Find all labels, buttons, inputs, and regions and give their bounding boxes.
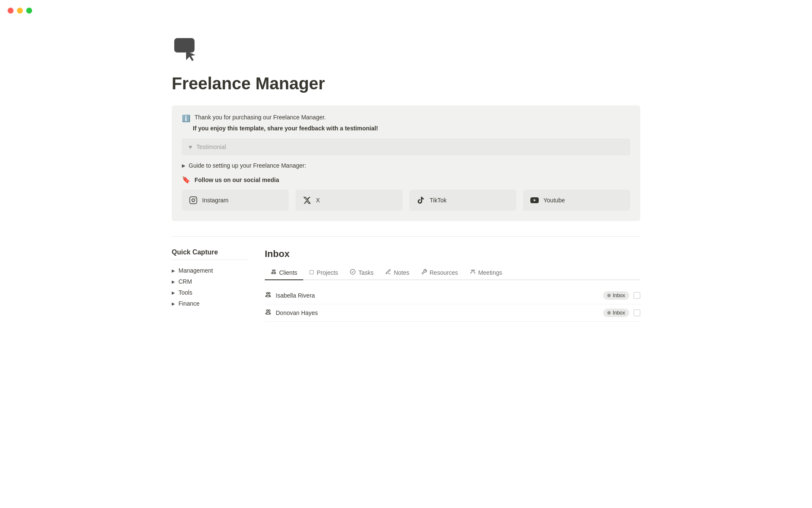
tab-projects[interactable]: ☐ Projects [303, 265, 344, 280]
client-name-1: Isabella Rivera [276, 292, 315, 299]
tab-meetings[interactable]: Meetings [464, 265, 508, 280]
sidebar-item-management[interactable]: ▶ Management [172, 265, 248, 276]
tiktok-icon [416, 196, 425, 205]
row-checkbox-2[interactable] [634, 309, 640, 316]
close-button[interactable] [8, 8, 14, 14]
guide-toggle[interactable]: ▶ Guide to setting up your Freelance Man… [182, 162, 630, 169]
testimonial-input[interactable]: ♥ Testimonial [182, 138, 630, 155]
tasks-tab-icon [350, 269, 356, 276]
row-right-2: Inbox [603, 309, 640, 317]
tab-notes[interactable]: Notes [379, 265, 415, 280]
tab-projects-label: Projects [317, 269, 338, 276]
client-icon-2 [265, 309, 272, 317]
social-section: 🔖 Follow us on our social media Instagra… [182, 176, 630, 211]
social-header: 🔖 Follow us on our social media [182, 176, 630, 184]
sidebar-item-finance[interactable]: ▶ Finance [172, 298, 248, 309]
social-grid: Instagram X [182, 190, 630, 211]
crm-arrow-icon: ▶ [172, 279, 175, 284]
info-icon: ℹ️ [182, 114, 190, 122]
badge-label-2: Inbox [613, 310, 625, 316]
info-main-text: Thank you for purchasing our Freelance M… [195, 114, 326, 121]
page-title: Freelance Manager [172, 73, 640, 94]
projects-tab-icon: ☐ [309, 269, 314, 276]
instagram-link[interactable]: Instagram [182, 190, 289, 211]
clients-tab-icon [271, 269, 277, 276]
tab-clients-label: Clients [279, 269, 297, 276]
meetings-tab-icon [470, 269, 476, 276]
tab-tasks[interactable]: Tasks [344, 265, 379, 280]
inbox-section: Inbox Clients [265, 248, 640, 322]
info-bold-text: If you enjoy this template, share your f… [193, 125, 630, 132]
svg-point-5 [272, 270, 274, 271]
finance-arrow-icon: ▶ [172, 301, 175, 306]
tools-arrow-icon: ▶ [172, 290, 175, 295]
svg-rect-0 [174, 38, 195, 52]
info-box: ℹ️ Thank you for purchasing our Freelanc… [172, 105, 640, 221]
tab-clients[interactable]: Clients [265, 265, 303, 280]
tiktok-label: TikTok [430, 197, 447, 204]
inbox-title: Inbox [265, 248, 640, 260]
svg-point-13 [269, 310, 270, 312]
inbox-tabs: Clients ☐ Projects Tasks [265, 265, 640, 280]
svg-point-6 [274, 270, 276, 271]
guide-arrow-icon: ▶ [182, 163, 185, 168]
svg-point-3 [192, 199, 195, 202]
row-left-2: Donovan Hayes [265, 309, 318, 317]
x-link[interactable]: X [296, 190, 403, 211]
tab-resources[interactable]: Resources [415, 265, 464, 280]
notes-tab-icon [385, 269, 391, 276]
testimonial-placeholder: Testimonial [196, 144, 226, 150]
instagram-label: Instagram [202, 197, 228, 204]
client-name-2: Donovan Hayes [276, 309, 318, 316]
management-label: Management [178, 267, 213, 274]
bookmark-icon: 🔖 [182, 176, 190, 184]
quick-capture-title: Quick Capture [172, 248, 248, 260]
inbox-badge-1: Inbox [603, 291, 629, 300]
client-icon-1 [265, 291, 272, 300]
crm-label: CRM [178, 278, 192, 285]
badge-dot-1 [607, 294, 611, 297]
youtube-label: Youtube [543, 197, 565, 204]
traffic-lights [8, 8, 32, 14]
svg-point-8 [471, 270, 473, 271]
svg-point-11 [269, 293, 270, 294]
instagram-icon [189, 196, 198, 205]
finance-label: Finance [178, 300, 200, 307]
svg-point-9 [473, 270, 475, 271]
x-label: X [316, 197, 320, 204]
svg-point-10 [266, 293, 268, 294]
page-content: Freelance Manager ℹ️ Thank you for purch… [131, 0, 681, 347]
social-header-text: Follow us on our social media [195, 177, 279, 183]
svg-point-12 [266, 310, 268, 312]
quick-capture-sidebar: Quick Capture ▶ Management ▶ CRM ▶ Tools… [172, 248, 248, 309]
x-icon [302, 196, 312, 205]
management-arrow-icon: ▶ [172, 268, 175, 273]
badge-dot-2 [607, 311, 611, 315]
info-header: ℹ️ Thank you for purchasing our Freelanc… [182, 114, 630, 122]
inbox-badge-2: Inbox [603, 309, 629, 317]
minimize-button[interactable] [17, 8, 23, 14]
youtube-link[interactable]: Youtube [523, 190, 630, 211]
page-icon [172, 34, 640, 66]
tab-notes-label: Notes [394, 269, 409, 276]
svg-point-7 [351, 269, 356, 274]
guide-label: Guide to setting up your Freelance Manag… [189, 162, 306, 169]
divider [172, 236, 640, 237]
svg-point-4 [195, 198, 196, 199]
row-right-1: Inbox [603, 291, 640, 300]
tab-resources-label: Resources [430, 269, 458, 276]
maximize-button[interactable] [26, 8, 32, 14]
tiktok-link[interactable]: TikTok [409, 190, 516, 211]
sidebar-item-crm[interactable]: ▶ CRM [172, 276, 248, 287]
tab-tasks-label: Tasks [358, 269, 373, 276]
tab-meetings-label: Meetings [478, 269, 502, 276]
row-checkbox-1[interactable] [634, 292, 640, 299]
youtube-icon [530, 196, 539, 205]
table-row: Donovan Hayes Inbox [265, 304, 640, 322]
table-row: Isabella Rivera Inbox [265, 287, 640, 304]
sidebar-item-tools[interactable]: ▶ Tools [172, 287, 248, 298]
resources-tab-icon [421, 269, 427, 276]
heart-icon: ♥ [189, 144, 192, 150]
lower-section: Quick Capture ▶ Management ▶ CRM ▶ Tools… [172, 248, 640, 322]
tools-label: Tools [178, 289, 192, 296]
